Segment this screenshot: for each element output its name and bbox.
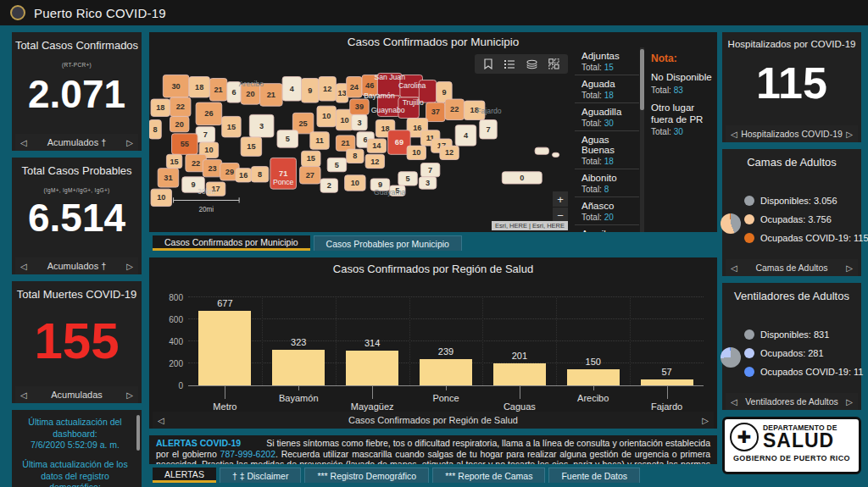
bookmark-icon[interactable] (483, 58, 493, 69)
municipio-cell[interactable]: 4 (455, 125, 476, 146)
municipio-cell[interactable]: 8 (149, 120, 161, 139)
municipio-cell[interactable]: 7 (480, 120, 497, 139)
legend-icon[interactable] (504, 59, 515, 69)
municipio-cell[interactable]: 5 (277, 130, 298, 147)
scrollbar-thumb[interactable] (136, 415, 140, 451)
tab-casos-confirmados-por-municipio[interactable]: Casos Confirmados por Municipio (153, 235, 310, 251)
municipio-cell[interactable]: 31 (158, 169, 178, 187)
prev-arrow-icon[interactable]: ◁ (20, 138, 27, 147)
bar-caguas[interactable] (493, 363, 546, 385)
municipio-cell[interactable]: 12 (319, 76, 336, 101)
tab-reporte-de-camas[interactable]: *** Reporte de Camas (432, 468, 545, 483)
municipio-cell[interactable]: 26 (196, 102, 222, 125)
municipio-cell[interactable]: 21 (209, 79, 226, 102)
bar-mayagüez[interactable] (346, 351, 398, 385)
zoom-in-button[interactable]: + (553, 191, 568, 207)
svg-text:0: 0 (520, 174, 524, 182)
municipio-cell[interactable]: 11 (310, 132, 329, 149)
municipio-list[interactable]: AdjuntasTotal: 15AguadaTotal: 18Aguadill… (575, 47, 639, 232)
municipio-cell[interactable] (535, 147, 548, 154)
municipio-cell[interactable]: 10 (345, 175, 365, 191)
next-arrow-icon[interactable]: ▷ (846, 397, 853, 407)
bar-bayamón[interactable] (272, 350, 325, 385)
prev-arrow-icon[interactable]: ◁ (731, 263, 737, 273)
basemap-icon[interactable] (548, 58, 559, 69)
municipio-cell[interactable]: 15 (222, 116, 241, 136)
next-arrow-icon[interactable]: ▷ (846, 263, 853, 273)
municipio-cell[interactable]: 4 (282, 76, 301, 101)
map-panel: Casos Confirmados por Municipio 30182162… (149, 32, 717, 232)
alert-phone-link[interactable]: 787-999-6202 (220, 449, 275, 459)
municipio-cell[interactable]: 15 (166, 154, 181, 168)
municipio-cell[interactable]: 21 (336, 136, 354, 151)
bar-metro[interactable] (198, 311, 251, 385)
municipio-cell[interactable]: 8 (347, 149, 364, 163)
municipio-cell[interactable]: 10 (407, 146, 426, 159)
tab-disclaimer[interactable]: † ‡ Disclaimer (220, 468, 302, 483)
municipio-cell[interactable]: 14 (367, 139, 386, 152)
municipio-cell[interactable]: 20 (170, 116, 188, 131)
municipio-cell[interactable]: 0 (502, 172, 542, 184)
next-arrow-icon[interactable]: ▷ (846, 130, 853, 139)
municipio-cell[interactable]: 23 (203, 159, 221, 176)
prev-arrow-icon[interactable]: ◁ (731, 130, 737, 139)
municipio-cell[interactable]: 16 (236, 169, 251, 182)
bar-fajardo[interactable] (641, 379, 693, 385)
bar-value-label: 201 (512, 351, 527, 361)
tab-fuente-de-datos[interactable]: Fuente de Datos (548, 468, 640, 483)
municipio-cell[interactable]: 27 (300, 167, 320, 184)
prev-arrow-icon[interactable]: ◁ (20, 390, 27, 400)
x-axis-category-label: Metro (213, 401, 236, 412)
tab-casos-probables-por-municipio[interactable]: Casos Probables por Municipio (314, 235, 462, 251)
app-header: Puerto Rico COVID-19 (0, 0, 868, 25)
municipio-cell[interactable]: 2 (320, 179, 337, 192)
municipio-cell[interactable]: 39 (350, 99, 369, 114)
svg-text:18: 18 (156, 103, 164, 112)
bar-arecibo[interactable] (567, 369, 620, 386)
municipio-cell[interactable]: 10 (317, 106, 336, 126)
municipio-cell[interactable]: 3 (249, 114, 274, 137)
layers-icon[interactable] (526, 59, 537, 69)
next-arrow-icon[interactable]: ▷ (702, 416, 709, 425)
municipio-cell[interactable]: 55 (172, 134, 198, 154)
municipio-cell[interactable]: 22 (170, 97, 190, 116)
municipio-cell[interactable]: 8 (251, 167, 268, 182)
probables-footer: ◁ Acumulados † ▷ (15, 257, 138, 274)
municipio-cell[interactable]: 24 (347, 76, 362, 97)
prev-arrow-icon[interactable]: ◁ (731, 397, 737, 407)
municipio-cell[interactable]: 30 (163, 75, 189, 97)
municipio-cell[interactable]: 22 (445, 99, 464, 119)
municipio-cell[interactable]: 18 (189, 76, 209, 97)
svg-text:22: 22 (192, 159, 200, 168)
svg-text:7: 7 (203, 130, 208, 139)
municipio-cell[interactable]: 7 (420, 163, 439, 177)
next-arrow-icon[interactable]: ▷ (126, 262, 133, 271)
municipio-cell[interactable]: 3 (419, 177, 436, 189)
municipio-cell[interactable]: 15 (302, 151, 320, 166)
tab-alertas[interactable]: ALERTAS (153, 468, 216, 483)
municipio-cell[interactable]: 7 (196, 127, 214, 142)
scrollbar-thumb[interactable] (640, 49, 644, 110)
next-arrow-icon[interactable]: ▷ (126, 390, 133, 400)
next-arrow-icon[interactable]: ▷ (126, 138, 133, 147)
svg-text:14: 14 (372, 141, 381, 150)
municipio-cell[interactable]: 3 (352, 114, 367, 130)
tab-registro-demogr-fico[interactable]: *** Registro Demográfico (304, 468, 429, 483)
municipio-cell[interactable]: 12 (440, 146, 459, 159)
municipio-cell[interactable]: 18 (151, 99, 170, 116)
bar-ponce[interactable] (420, 359, 472, 385)
departamento-salud-logo: ✚ DEPARTAMENTO DE SALUD GOBIERNO DE PUER… (722, 417, 861, 474)
prev-arrow-icon[interactable]: ◁ (20, 262, 27, 271)
choropleth-map[interactable]: 3018216202149121324469182226820153251010… (149, 49, 573, 232)
prev-arrow-icon[interactable]: ◁ (158, 416, 164, 425)
municipio-list-item: AdjuntasTotal: 15 (575, 47, 639, 75)
municipio-cell[interactable]: 15 (241, 137, 261, 156)
municipio-cell[interactable]: 5 (398, 172, 417, 185)
muertes-footer: ◁ Acumuladas ▷ (15, 386, 138, 403)
municipio-cell[interactable]: 12 (365, 154, 384, 168)
municipio-cell[interactable]: 5 (327, 158, 346, 171)
municipio-cell[interactable] (553, 152, 559, 157)
municipio-cell[interactable]: 10 (151, 189, 171, 206)
municipio-cell[interactable]: 37 (426, 102, 445, 121)
municipio-cell[interactable]: 9 (302, 79, 319, 103)
